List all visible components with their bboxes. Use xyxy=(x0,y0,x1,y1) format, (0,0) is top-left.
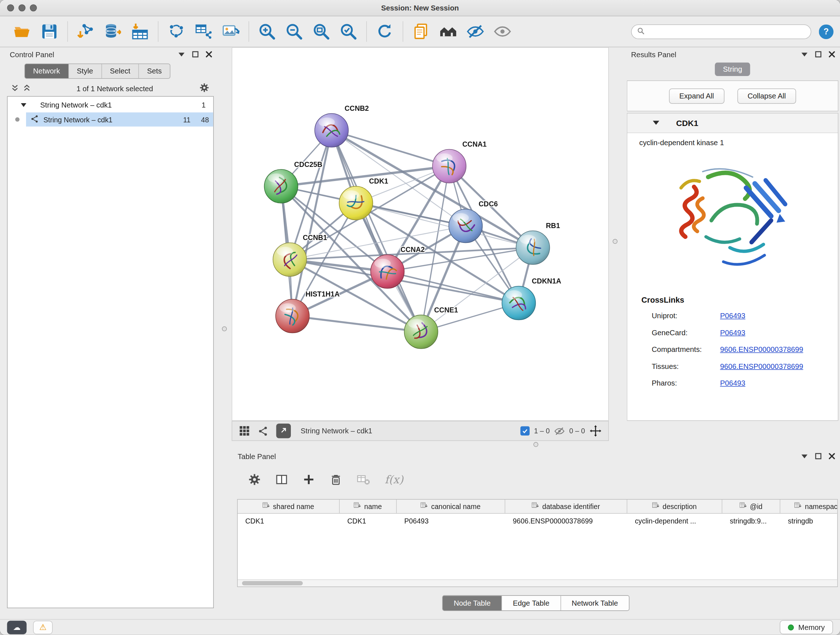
add-column-icon[interactable] xyxy=(302,473,316,486)
network-edge[interactable] xyxy=(356,203,533,248)
network-edge[interactable] xyxy=(293,130,332,316)
network-edge[interactable] xyxy=(332,130,450,166)
show-all-icon[interactable] xyxy=(489,19,516,43)
function-builder-icon[interactable]: f(x) xyxy=(385,473,403,486)
minimize-window-button[interactable] xyxy=(19,4,26,11)
zoom-window-button[interactable] xyxy=(30,4,37,11)
new-network-icon[interactable] xyxy=(163,19,190,43)
search-input[interactable] xyxy=(648,27,805,36)
splitter-grip[interactable] xyxy=(222,326,227,332)
crosslink-link-compartments[interactable]: 9606.ENSP00000378699 xyxy=(720,345,804,354)
gear-icon[interactable] xyxy=(199,82,210,95)
column-header--id[interactable]: @id xyxy=(722,500,781,513)
birdseye-grid-icon[interactable] xyxy=(239,425,250,437)
tab-network-table[interactable]: Network Table xyxy=(561,596,629,611)
tab-select[interactable]: Select xyxy=(101,64,139,78)
selected-checkbox-icon[interactable] xyxy=(521,426,530,436)
memory-button[interactable]: Memory xyxy=(780,620,833,634)
panel-float-icon[interactable] xyxy=(192,51,199,57)
tab-edge-table[interactable]: Edge Table xyxy=(501,596,560,611)
network-node[interactable]: CCNA1 xyxy=(433,140,487,183)
move-crosshair-icon[interactable] xyxy=(589,424,602,437)
close-window-button[interactable] xyxy=(7,4,14,11)
collapse-all-button[interactable]: Collapse All xyxy=(737,88,796,103)
expand-all-icon[interactable] xyxy=(24,84,31,93)
show-columns-icon[interactable] xyxy=(275,473,288,486)
network-edge[interactable] xyxy=(293,316,422,332)
save-session-icon[interactable] xyxy=(36,19,63,43)
table-cell: stringdb xyxy=(780,514,838,528)
tab-style[interactable]: Style xyxy=(68,64,101,78)
network-row-selected[interactable]: String Network – cdk1 11 48 xyxy=(8,112,213,127)
crosslink-link-tissues[interactable]: 9606.ENSP00000378699 xyxy=(720,363,804,371)
section-collapse-triangle-icon[interactable] xyxy=(652,119,660,127)
crosslink-link-uniprot[interactable]: P06493 xyxy=(720,312,745,320)
tab-sets[interactable]: Sets xyxy=(139,64,170,78)
panel-menu-icon[interactable] xyxy=(178,52,185,57)
delete-column-icon[interactable] xyxy=(330,473,343,486)
hide-selected-icon[interactable] xyxy=(462,19,489,43)
scrollbar-thumb[interactable] xyxy=(242,581,303,585)
zoom-in-icon[interactable] xyxy=(254,19,281,43)
search-field[interactable] xyxy=(631,24,812,39)
column-header-shared-name[interactable]: shared name xyxy=(238,500,340,513)
network-view[interactable]: CCNB2 CCNA1 CDC25B CDK1 CDC6 RB1 xyxy=(232,48,609,421)
cloud-button[interactable]: ☁ xyxy=(7,621,27,634)
network-edge[interactable] xyxy=(421,226,466,332)
warnings-button[interactable]: ⚠ xyxy=(33,621,53,634)
splitter-grip[interactable] xyxy=(534,442,538,447)
open-in-new-window-button[interactable] xyxy=(276,424,291,439)
import-table-from-file-icon[interactable] xyxy=(126,19,154,43)
splitter-grip[interactable] xyxy=(613,239,618,244)
hidden-eye-slash-icon[interactable] xyxy=(554,425,565,436)
table-settings-gear-icon[interactable] xyxy=(248,473,261,486)
column-header-namespace[interactable]: namespace xyxy=(780,500,838,513)
column-header-name[interactable]: name xyxy=(340,500,397,513)
panel-close-icon[interactable] xyxy=(829,51,835,57)
crosslink-link-genecard[interactable]: P06493 xyxy=(720,329,745,337)
network-node[interactable]: CDK1 xyxy=(339,177,388,220)
export-image-icon[interactable] xyxy=(217,19,244,43)
import-network-from-database-icon[interactable] xyxy=(99,19,126,43)
open-session-icon[interactable] xyxy=(9,19,36,43)
tab-node-table[interactable]: Node Table xyxy=(443,596,501,611)
network-node[interactable]: CDKN1A xyxy=(502,277,561,320)
share-network-icon[interactable] xyxy=(258,425,269,436)
collapse-triangle-icon[interactable] xyxy=(21,103,27,108)
network-edge[interactable] xyxy=(332,130,422,332)
panel-close-icon[interactable] xyxy=(829,453,835,459)
panel-float-icon[interactable] xyxy=(815,453,821,459)
panel-menu-icon[interactable] xyxy=(801,454,808,459)
table-row[interactable]: CDK1CDK1P064939606.ENSP00000378699cyclin… xyxy=(238,514,837,528)
network-node[interactable]: CCNB2 xyxy=(315,104,369,147)
network-collection-row[interactable]: String Network – cdk1 1 xyxy=(8,98,213,112)
zoom-fit-icon[interactable] xyxy=(308,19,335,43)
panel-float-icon[interactable] xyxy=(815,51,821,57)
column-header-canonical-name[interactable]: canonical name xyxy=(397,500,505,513)
horizontal-scrollbar[interactable] xyxy=(238,580,837,587)
network-graph[interactable]: CCNB2 CCNA1 CDC25B CDK1 CDC6 RB1 xyxy=(232,48,608,420)
show-first-neighbors-icon[interactable] xyxy=(435,19,462,43)
collapse-all-icon[interactable] xyxy=(11,84,19,93)
help-button[interactable]: ? xyxy=(819,24,834,39)
zoom-selected-icon[interactable] xyxy=(335,19,362,43)
panel-menu-icon[interactable] xyxy=(801,52,808,57)
copy-document-icon[interactable] xyxy=(408,19,435,43)
column-header-database-identifier[interactable]: database identifier xyxy=(505,500,628,513)
hidden-counts: 0 – 0 xyxy=(569,427,585,435)
panel-close-icon[interactable] xyxy=(206,51,212,57)
expand-all-button[interactable]: Expand All xyxy=(669,88,724,103)
network-edge[interactable] xyxy=(387,272,519,303)
import-network-from-file-icon[interactable] xyxy=(73,19,99,43)
network-node[interactable]: HIST1H1A xyxy=(276,290,340,333)
network-node[interactable]: CDC6 xyxy=(449,200,498,243)
network-from-table-icon[interactable] xyxy=(190,19,217,43)
protein-section-header[interactable]: CDK1 xyxy=(627,114,838,133)
column-header-description[interactable]: description xyxy=(627,500,722,513)
zoom-out-icon[interactable] xyxy=(281,19,308,43)
network-node[interactable]: RB1 xyxy=(516,222,561,264)
tab-network[interactable]: Network xyxy=(25,64,68,78)
tab-string[interactable]: String xyxy=(715,63,750,76)
crosslink-link-pharos[interactable]: P06493 xyxy=(720,379,745,387)
refresh-layout-icon[interactable] xyxy=(371,19,398,43)
